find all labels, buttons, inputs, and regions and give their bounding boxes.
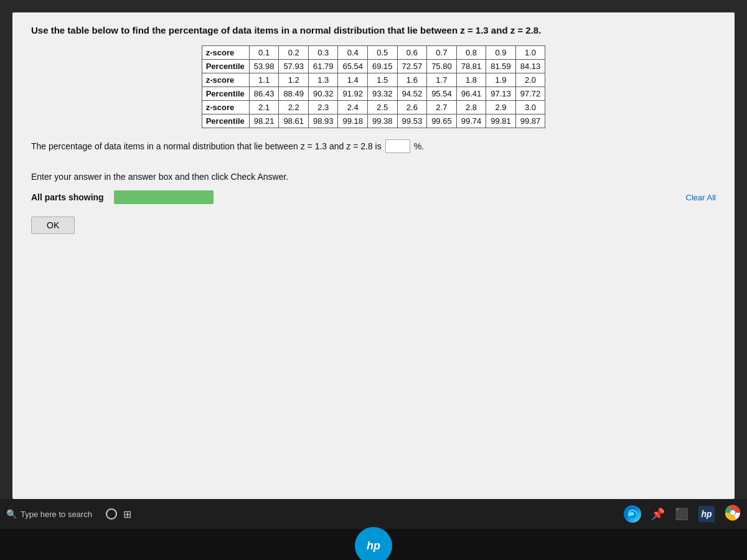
table-cell: 86.43	[249, 87, 279, 101]
table-cell: 0.2	[279, 46, 309, 60]
table-cell: 1.8	[456, 73, 486, 87]
table-cell: 99.65	[427, 114, 457, 128]
answer-area: The percentage of data items in a normal…	[31, 139, 716, 153]
pin-icon[interactable]: 📌	[651, 507, 665, 521]
table-cell: 0.7	[427, 46, 457, 60]
table-cell: 98.61	[279, 114, 309, 128]
bottom-row: All parts showing Clear All	[31, 190, 716, 204]
clear-all-button[interactable]: Clear All	[686, 193, 716, 202]
table-cell: 0.4	[338, 46, 368, 60]
row-label: z-score	[202, 101, 249, 114]
table-cell: 2.2	[279, 101, 309, 114]
windows-circle-icon	[106, 508, 117, 520]
table-cell: 97.13	[486, 87, 516, 101]
table-cell: 2.8	[456, 101, 486, 114]
table-cell: 1.6	[397, 73, 427, 87]
hp-text: hp	[367, 539, 380, 553]
table-cell: 0.1	[249, 46, 279, 60]
table-row: Percentile 86.43 88.49 90.32 91.92 93.32…	[202, 87, 545, 101]
table-row: z-score 1.1 1.2 1.3 1.4 1.5 1.6 1.7 1.8 …	[202, 73, 545, 87]
table-cell: 88.49	[279, 87, 309, 101]
row-label: z-score	[202, 73, 249, 87]
table-cell: 90.32	[308, 87, 338, 101]
table-cell: 99.74	[456, 114, 486, 128]
table-cell: 91.92	[338, 87, 368, 101]
zscore-table: z-score 0.1 0.2 0.3 0.4 0.5 0.6 0.7 0.8 …	[202, 45, 546, 128]
row-label: Percentile	[202, 60, 249, 73]
bottom-bar: hp	[0, 529, 747, 560]
table-cell: 2.0	[515, 73, 545, 87]
table-cell: 72.57	[397, 60, 427, 73]
table-cell: 1.3	[308, 73, 338, 87]
table-cell: 99.38	[368, 114, 398, 128]
instruction-text: Enter your answer in the answer box and …	[31, 172, 716, 182]
table-row: Percentile 53.98 57.93 61.79 65.54 69.15…	[202, 60, 545, 73]
table-cell: 1.7	[427, 73, 457, 87]
taskbar: 🔍 Type here to search ⊞ 📌 ⬛ hp	[0, 499, 747, 529]
all-parts-label: All parts showing	[31, 192, 104, 202]
answer-suffix: %.	[414, 141, 424, 151]
video-icon[interactable]: ⬛	[675, 507, 688, 521]
table-cell: 1.5	[368, 73, 398, 87]
table-cell: 53.98	[249, 60, 279, 73]
word-icon[interactable]: hp	[698, 506, 715, 522]
search-icon: 🔍	[6, 509, 17, 519]
table-cell: 1.0	[515, 46, 545, 60]
table-cell: 69.15	[368, 60, 398, 73]
answer-input[interactable]	[385, 139, 410, 153]
row-label: Percentile	[202, 114, 249, 128]
search-area: 🔍 Type here to search	[6, 509, 92, 519]
table-cell: 2.3	[308, 101, 338, 114]
table-cell: 99.81	[486, 114, 516, 128]
progress-bar	[114, 190, 214, 204]
table-cell: 2.7	[427, 101, 457, 114]
table-cell: 2.6	[397, 101, 427, 114]
table-row: z-score 2.1 2.2 2.3 2.4 2.5 2.6 2.7 2.8 …	[202, 101, 545, 114]
table-cell: 2.5	[368, 101, 398, 114]
hp-logo-area: hp	[355, 527, 392, 560]
answer-prefix: The percentage of data items in a normal…	[31, 141, 382, 151]
row-label: Percentile	[202, 87, 249, 101]
table-cell: 99.53	[397, 114, 427, 128]
table-cell: 1.2	[279, 73, 309, 87]
table-row: Percentile 98.21 98.61 98.93 99.18 99.38…	[202, 114, 545, 128]
screen: Use the table below to find the percenta…	[0, 0, 747, 560]
table-cell: 98.93	[308, 114, 338, 128]
table-cell: 84.13	[515, 60, 545, 73]
table-cell: 97.72	[515, 87, 545, 101]
table-cell: 81.59	[486, 60, 516, 73]
ok-button[interactable]: OK	[31, 217, 75, 234]
table-cell: 1.9	[486, 73, 516, 87]
svg-point-2	[730, 510, 735, 515]
chrome-icon[interactable]	[725, 505, 741, 523]
edge-icon[interactable]	[624, 505, 641, 523]
table-cell: 0.3	[308, 46, 338, 60]
table-cell: 2.1	[249, 101, 279, 114]
table-cell: 65.54	[338, 60, 368, 73]
table-cell: 95.54	[427, 87, 457, 101]
table-cell: 1.4	[338, 73, 368, 87]
table-cell: 2.9	[486, 101, 516, 114]
table-cell: 78.81	[456, 60, 486, 73]
table-cell: 0.9	[486, 46, 516, 60]
row-label: z-score	[202, 46, 249, 60]
table-cell: 94.52	[397, 87, 427, 101]
table-cell: 99.18	[338, 114, 368, 128]
search-placeholder[interactable]: Type here to search	[21, 510, 92, 519]
table-cell: 1.1	[249, 73, 279, 87]
taskview-icon[interactable]: ⊞	[123, 508, 131, 520]
table-cell: 96.41	[456, 87, 486, 101]
table-cell: 3.0	[515, 101, 545, 114]
table-cell: 98.21	[249, 114, 279, 128]
table-cell: 0.6	[397, 46, 427, 60]
table-row: z-score 0.1 0.2 0.3 0.4 0.5 0.6 0.7 0.8 …	[202, 46, 545, 60]
question-text: Use the table below to find the percenta…	[31, 25, 716, 35]
table-cell: 61.79	[308, 60, 338, 73]
hp-logo: hp	[355, 527, 392, 560]
table-cell: 57.93	[279, 60, 309, 73]
content-area: Use the table below to find the percenta…	[12, 12, 735, 499]
table-cell: 75.80	[427, 60, 457, 73]
taskbar-icons: 📌 ⬛ hp	[624, 505, 741, 523]
table-cell: 0.5	[368, 46, 398, 60]
table-cell: 93.32	[368, 87, 398, 101]
